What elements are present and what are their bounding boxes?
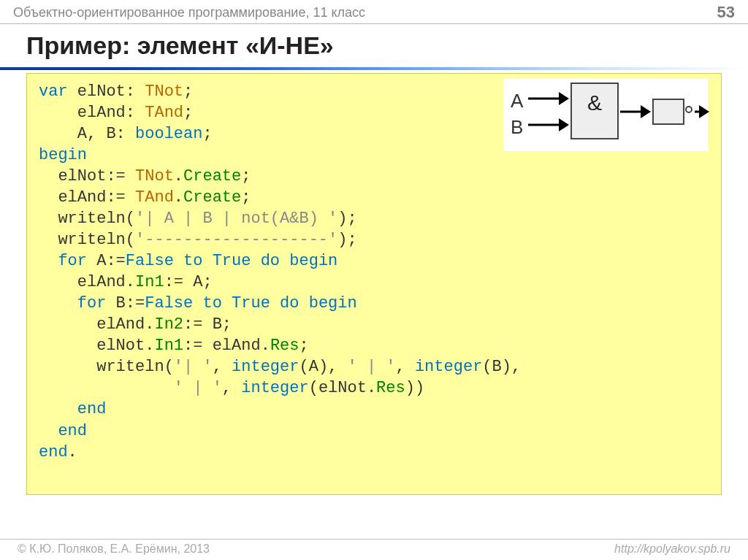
- slide-title: Пример: элемент «И-НЕ»: [0, 24, 748, 67]
- footer-copyright: © К.Ю. Поляков, Е.А. Ерёмин, 2013: [18, 542, 210, 556]
- not-gate: [652, 99, 684, 125]
- kw-begin: begin: [39, 146, 87, 164]
- slide-header: Объектно-ориентированное программировани…: [0, 0, 748, 23]
- kw-var: var: [39, 83, 68, 101]
- diagram-input-b-label: B: [511, 115, 523, 139]
- and-gate: &: [570, 83, 619, 139]
- title-underline: [0, 67, 748, 70]
- slide-footer: © К.Ю. Поляков, Е.А. Ерёмин, 2013 http:/…: [0, 539, 748, 556]
- footer-site: http://kpolyakov.spb.ru: [614, 542, 730, 556]
- code-block: var elNot: TNot; elAnd: TAnd; A, B: bool…: [26, 73, 722, 495]
- page-number: 53: [717, 3, 735, 22]
- not-dot-icon: [685, 106, 692, 113]
- logic-diagram: A B &: [503, 78, 708, 151]
- diagram-input-a-label: A: [511, 88, 523, 113]
- and-symbol: &: [572, 88, 617, 118]
- course-name: Объектно-ориентированное программировани…: [13, 5, 365, 20]
